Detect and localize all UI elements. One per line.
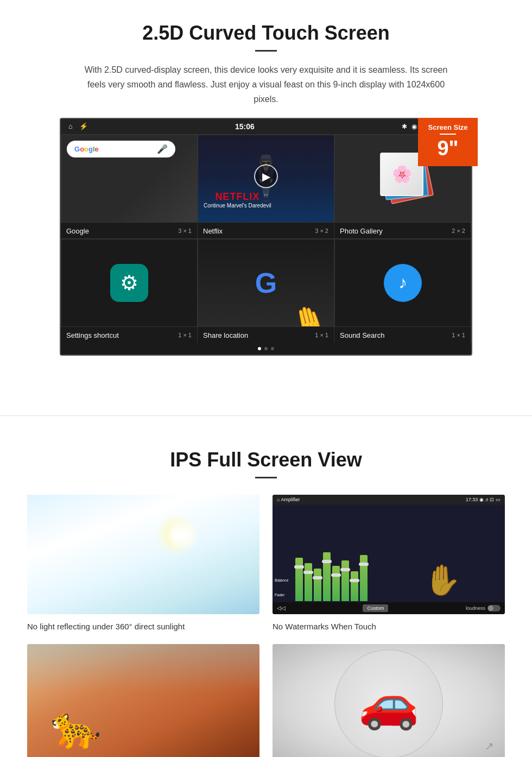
status-bar: ⌂ ⚡ 15:06 ✱ ◉ ▾ ⊡ ♬ ⊠ ▭: [61, 119, 471, 134]
app-label-netflix-name: Netflix: [203, 227, 223, 235]
netflix-subtitle: Continue Marvel's Daredevil: [204, 203, 271, 209]
app-label-sound: Sound Search 1 × 1: [334, 327, 471, 343]
status-time: 15:06: [235, 122, 255, 131]
eq-bars: [295, 552, 503, 601]
amp-label-balance: Balance: [275, 578, 294, 582]
app-cell-settings[interactable]: ⚙: [61, 239, 198, 327]
google-search-bar[interactable]: Google 🎤: [67, 141, 175, 157]
section1-description: With 2.5D curved-display screen, this de…: [76, 62, 456, 107]
app-grid-bottom: ⚙ G 🤚: [61, 238, 471, 327]
app-grid-top: Google 🎤 🕴 ▶ NETFLIX: [61, 134, 471, 223]
eq-bar-3: [314, 569, 321, 601]
eq-bar-handle-5: [331, 573, 341, 577]
eq-bar-handle-2: [303, 571, 313, 574]
toggle-dot: [488, 605, 493, 611]
section-ips-full-screen: IPS Full Screen View No light reflecting…: [0, 438, 532, 757]
dot-2: [264, 347, 268, 350]
eq-bar-4: [323, 552, 331, 601]
feature-card-watermark: ⌂ Amplifier 17:33 ◉ ♬ ⊡ ▭ Balance Fader: [273, 495, 505, 631]
feature-image-car: 🚗 ↗: [273, 644, 505, 757]
eq-bar-handle-6: [340, 568, 350, 571]
feature-label-watermark: No Watermarks When Touch: [273, 622, 505, 631]
amp-arrow-left: ◁◁: [277, 605, 286, 611]
feature-image-sunlight: [27, 495, 259, 614]
badge-divider: [440, 134, 456, 135]
eq-bar-7: [351, 571, 358, 601]
maps-g-icon: G: [255, 267, 277, 299]
app-label-gallery: Photo Gallery 2 × 2: [334, 223, 471, 238]
bluetooth-icon: ✱: [402, 123, 407, 130]
dot-1: [258, 347, 261, 350]
amp-loudness-label: loudness: [466, 605, 485, 611]
photo-item-3: 🌸: [380, 153, 423, 196]
car-angle-indicator: ↗: [485, 740, 494, 753]
app-label-share: Share location 1 × 1: [198, 327, 334, 343]
app-label-google-name: Google: [66, 227, 89, 235]
app-label-settings-name: Settings shortcut: [66, 331, 119, 339]
microphone-icon[interactable]: 🎤: [157, 144, 168, 154]
loudness-toggle[interactable]: [487, 605, 501, 611]
app-label-gallery-size: 2 × 2: [452, 228, 465, 234]
app-label-sound-size: 1 × 1: [452, 332, 465, 338]
amp-custom-button[interactable]: Custom: [363, 604, 388, 612]
app-cell-sound-search[interactable]: ♪: [334, 239, 471, 327]
app-label-settings-size: 1 × 1: [178, 332, 192, 338]
netflix-branding: NETFLIX Continue Marvel's Daredevil: [204, 191, 271, 209]
app-cell-share-location[interactable]: G 🤚: [198, 239, 334, 327]
sound-icon-wrapper: ♪: [384, 264, 422, 302]
netflix-play-button[interactable]: ▶: [254, 164, 278, 188]
google-logo: Google: [74, 145, 99, 153]
eq-bar-handle-1: [294, 565, 304, 569]
feature-card-car: 🚗 ↗ Large Viewing Angle: [273, 644, 505, 757]
app-label-netflix-size: 3 × 2: [315, 228, 328, 234]
feature-card-sunlight: No light reflecting under 360° direct su…: [27, 495, 259, 631]
amp-loudness: loudness: [466, 605, 501, 611]
feature-image-cheetah: 🐆: [27, 644, 259, 757]
eq-bar-handle-4: [322, 560, 332, 563]
android-screen: ⌂ ⚡ 15:06 ✱ ◉ ▾ ⊡ ♬ ⊠ ▭: [60, 118, 472, 356]
location-icon: ◉: [411, 123, 417, 130]
eq-bar-handle-8: [359, 563, 369, 566]
car-circle: 🚗: [334, 649, 443, 757]
status-left: ⌂ ⚡: [68, 122, 88, 130]
app-label-google-size: 3 × 1: [178, 228, 192, 234]
app-cell-google[interactable]: Google 🎤: [61, 135, 198, 223]
settings-icon-wrapper: ⚙: [110, 264, 148, 302]
hand-icon: 🤚: [283, 299, 333, 326]
amp-bottom-bar: ◁◁ Custom loudness: [273, 602, 505, 614]
dot-3: [271, 347, 274, 350]
section-divider: [0, 415, 532, 416]
section-curved-touch: 2.5D Curved Touch Screen With 2.5D curve…: [0, 0, 532, 394]
app-labels-row-2: Settings shortcut 1 × 1 Share location 1…: [61, 327, 471, 343]
section2-title: IPS Full Screen View: [27, 449, 505, 471]
device-mockup: Screen Size 9" ⌂ ⚡ 15:06 ✱ ◉ ▾ ⊡: [60, 118, 472, 356]
hand-touch-icon: ✋: [424, 563, 461, 598]
feature-grid: No light reflecting under 360° direct su…: [27, 495, 505, 757]
flower-icon: 🌸: [392, 165, 412, 184]
app-label-gallery-name: Photo Gallery: [340, 227, 383, 235]
feature-label-sunlight: No light reflecting under 360° direct su…: [27, 622, 259, 631]
netflix-logo: NETFLIX: [204, 191, 271, 203]
app-label-sound-name: Sound Search: [340, 331, 384, 339]
eq-bar-1: [295, 558, 303, 601]
home-icon[interactable]: ⌂: [68, 122, 73, 130]
app-label-google: Google 3 × 1: [61, 223, 198, 238]
eq-bar-6: [341, 560, 349, 601]
amp-status-bar: ⌂ Amplifier 17:33 ◉ ♬ ⊡ ▭: [273, 495, 505, 504]
music-note-icon: ♪: [398, 273, 407, 293]
badge-size: 9": [437, 137, 458, 160]
app-label-settings: Settings shortcut 1 × 1: [61, 327, 198, 343]
car-top-view-icon: 🚗: [358, 675, 419, 732]
amp-label-fader: Fader: [275, 593, 294, 597]
section2-divider: [255, 477, 277, 478]
feature-image-amplifier: ⌂ Amplifier 17:33 ◉ ♬ ⊡ ▭ Balance Fader: [273, 495, 505, 614]
title-divider: [255, 50, 277, 52]
app-label-share-name: Share location: [203, 331, 248, 339]
eq-bar-8: [360, 555, 368, 601]
eq-bar-5: [332, 566, 340, 601]
screen-size-badge: Screen Size 9": [418, 118, 478, 166]
app-cell-netflix[interactable]: 🕴 ▶ NETFLIX Continue Marvel's Daredevil: [198, 135, 334, 223]
amp-home-icon: ⌂ Amplifier: [277, 497, 300, 502]
badge-label: Screen Size: [422, 123, 473, 131]
eq-bar-handle-7: [350, 579, 359, 582]
